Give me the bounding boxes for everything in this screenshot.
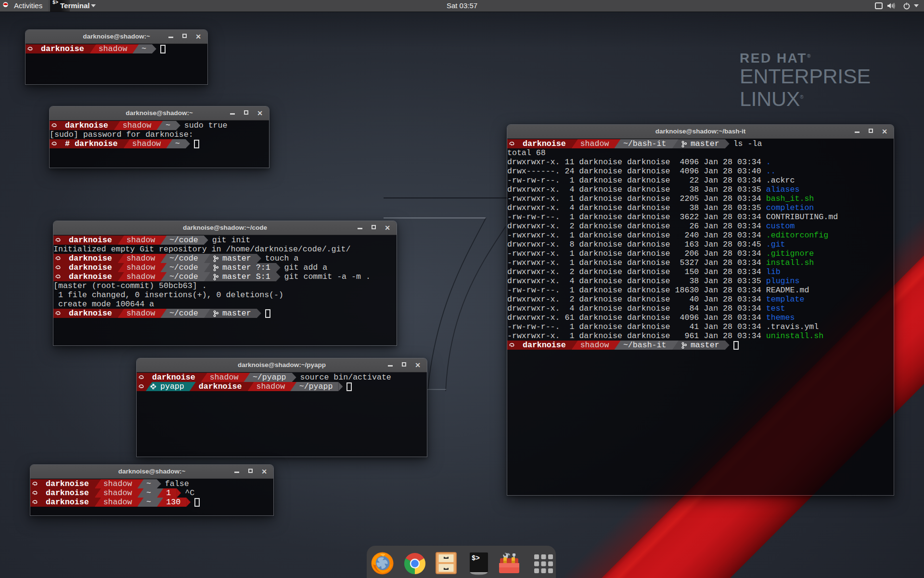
svg-text:$>: $> — [472, 554, 480, 562]
